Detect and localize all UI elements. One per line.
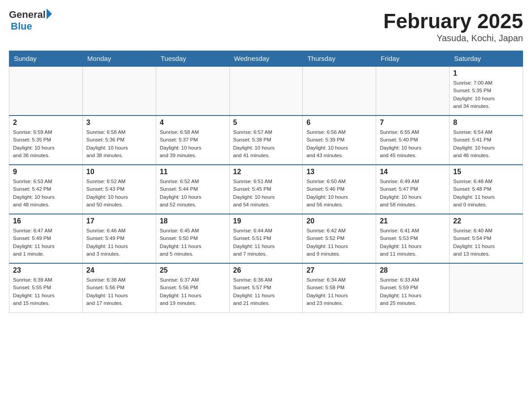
calendar-cell: 6Sunrise: 6:56 AMSunset: 5:39 PMDaylight… xyxy=(303,116,376,165)
calendar-cell: 11Sunrise: 6:52 AMSunset: 5:44 PMDayligh… xyxy=(156,165,229,214)
day-number: 27 xyxy=(306,266,372,274)
day-info: Sunrise: 6:56 AMSunset: 5:39 PMDaylight:… xyxy=(306,128,372,159)
day-number: 28 xyxy=(380,266,446,274)
calendar-title: February 2025 xyxy=(383,9,523,33)
day-info: Sunrise: 6:54 AMSunset: 5:41 PMDaylight:… xyxy=(453,128,519,159)
day-number: 17 xyxy=(86,217,152,225)
calendar-cell: 27Sunrise: 6:34 AMSunset: 5:58 PMDayligh… xyxy=(303,263,376,313)
day-info: Sunrise: 6:48 AMSunset: 5:48 PMDaylight:… xyxy=(453,178,519,209)
calendar-cell xyxy=(9,66,83,116)
day-info: Sunrise: 6:38 AMSunset: 5:56 PMDaylight:… xyxy=(86,276,152,307)
calendar-cell: 19Sunrise: 6:44 AMSunset: 5:51 PMDayligh… xyxy=(229,214,303,263)
calendar-cell: 14Sunrise: 6:49 AMSunset: 5:47 PMDayligh… xyxy=(376,165,450,214)
day-number: 20 xyxy=(306,217,372,225)
calendar-cell: 15Sunrise: 6:48 AMSunset: 5:48 PMDayligh… xyxy=(450,165,523,214)
calendar-cell xyxy=(156,66,229,116)
day-number: 3 xyxy=(86,119,152,127)
calendar-cell: 13Sunrise: 6:50 AMSunset: 5:46 PMDayligh… xyxy=(303,165,376,214)
day-info: Sunrise: 6:39 AMSunset: 5:55 PMDaylight:… xyxy=(13,276,79,307)
day-number: 12 xyxy=(233,168,299,176)
day-info: Sunrise: 6:34 AMSunset: 5:58 PMDaylight:… xyxy=(306,276,372,307)
calendar-cell xyxy=(303,66,376,116)
calendar-cell: 16Sunrise: 6:47 AMSunset: 5:49 PMDayligh… xyxy=(9,214,83,263)
calendar-week-3: 9Sunrise: 6:53 AMSunset: 5:42 PMDaylight… xyxy=(9,165,523,214)
day-info: Sunrise: 6:58 AMSunset: 5:36 PMDaylight:… xyxy=(86,128,152,159)
weekday-monday: Monday xyxy=(82,51,156,67)
day-number: 13 xyxy=(306,168,372,176)
calendar-cell: 10Sunrise: 6:52 AMSunset: 5:43 PMDayligh… xyxy=(82,165,156,214)
weekday-thursday: Thursday xyxy=(303,51,376,67)
calendar-table: SundayMondayTuesdayWednesdayThursdayFrid… xyxy=(9,51,523,313)
calendar-cell: 22Sunrise: 6:40 AMSunset: 5:54 PMDayligh… xyxy=(450,214,523,263)
calendar-cell: 18Sunrise: 6:45 AMSunset: 5:50 PMDayligh… xyxy=(156,214,229,263)
calendar-cell: 3Sunrise: 6:58 AMSunset: 5:36 PMDaylight… xyxy=(82,116,156,165)
day-number: 7 xyxy=(380,119,446,127)
day-info: Sunrise: 6:49 AMSunset: 5:47 PMDaylight:… xyxy=(380,178,446,209)
weekday-sunday: Sunday xyxy=(9,51,83,67)
day-number: 24 xyxy=(86,266,152,274)
day-info: Sunrise: 6:58 AMSunset: 5:37 PMDaylight:… xyxy=(160,128,226,159)
calendar-cell: 24Sunrise: 6:38 AMSunset: 5:56 PMDayligh… xyxy=(82,263,156,313)
day-number: 26 xyxy=(233,266,299,274)
calendar-week-2: 2Sunrise: 6:59 AMSunset: 5:35 PMDaylight… xyxy=(9,116,523,165)
day-number: 16 xyxy=(13,217,79,225)
day-number: 15 xyxy=(453,168,519,176)
calendar-cell: 28Sunrise: 6:33 AMSunset: 5:59 PMDayligh… xyxy=(376,263,450,313)
day-info: Sunrise: 6:52 AMSunset: 5:44 PMDaylight:… xyxy=(160,178,226,209)
day-info: Sunrise: 6:51 AMSunset: 5:45 PMDaylight:… xyxy=(233,178,299,209)
calendar-cell: 9Sunrise: 6:53 AMSunset: 5:42 PMDaylight… xyxy=(9,165,83,214)
day-info: Sunrise: 6:46 AMSunset: 5:49 PMDaylight:… xyxy=(86,227,152,258)
calendar-cell: 26Sunrise: 6:36 AMSunset: 5:57 PMDayligh… xyxy=(229,263,303,313)
calendar-cell xyxy=(229,66,303,116)
calendar-cell: 8Sunrise: 6:54 AMSunset: 5:41 PMDaylight… xyxy=(450,116,523,165)
calendar-cell xyxy=(376,66,450,116)
calendar-body: 1Sunrise: 7:00 AMSunset: 5:35 PMDaylight… xyxy=(9,66,523,313)
calendar-cell: 4Sunrise: 6:58 AMSunset: 5:37 PMDaylight… xyxy=(156,116,229,165)
day-number: 25 xyxy=(160,266,226,274)
weekday-friday: Friday xyxy=(376,51,450,67)
day-info: Sunrise: 6:37 AMSunset: 5:56 PMDaylight:… xyxy=(160,276,226,307)
day-info: Sunrise: 6:47 AMSunset: 5:49 PMDaylight:… xyxy=(13,227,79,258)
logo-general: General xyxy=(9,9,46,21)
calendar-cell: 21Sunrise: 6:41 AMSunset: 5:53 PMDayligh… xyxy=(376,214,450,263)
day-number: 11 xyxy=(160,168,226,176)
day-info: Sunrise: 6:36 AMSunset: 5:57 PMDaylight:… xyxy=(233,276,299,307)
calendar-cell: 2Sunrise: 6:59 AMSunset: 5:35 PMDaylight… xyxy=(9,116,83,165)
day-info: Sunrise: 6:52 AMSunset: 5:43 PMDaylight:… xyxy=(86,178,152,209)
calendar-week-5: 23Sunrise: 6:39 AMSunset: 5:55 PMDayligh… xyxy=(9,263,523,313)
day-info: Sunrise: 6:45 AMSunset: 5:50 PMDaylight:… xyxy=(160,227,226,258)
calendar-week-4: 16Sunrise: 6:47 AMSunset: 5:49 PMDayligh… xyxy=(9,214,523,263)
calendar-header: SundayMondayTuesdayWednesdayThursdayFrid… xyxy=(9,51,523,67)
calendar-cell: 23Sunrise: 6:39 AMSunset: 5:55 PMDayligh… xyxy=(9,263,83,313)
calendar-cell: 20Sunrise: 6:42 AMSunset: 5:52 PMDayligh… xyxy=(303,214,376,263)
calendar-cell xyxy=(450,263,523,313)
day-number: 2 xyxy=(13,119,79,127)
calendar-cell: 5Sunrise: 6:57 AMSunset: 5:38 PMDaylight… xyxy=(229,116,303,165)
day-number: 1 xyxy=(453,69,519,77)
calendar-week-1: 1Sunrise: 7:00 AMSunset: 5:35 PMDaylight… xyxy=(9,66,523,116)
calendar-cell: 12Sunrise: 6:51 AMSunset: 5:45 PMDayligh… xyxy=(229,165,303,214)
calendar-cell: 1Sunrise: 7:00 AMSunset: 5:35 PMDaylight… xyxy=(450,66,523,116)
day-number: 6 xyxy=(306,119,372,127)
logo: General Blue xyxy=(9,9,52,32)
title-block: February 2025 Yasuda, Kochi, Japan xyxy=(383,9,523,43)
day-info: Sunrise: 6:57 AMSunset: 5:38 PMDaylight:… xyxy=(233,128,299,159)
day-info: Sunrise: 6:44 AMSunset: 5:51 PMDaylight:… xyxy=(233,227,299,258)
day-number: 19 xyxy=(233,217,299,225)
day-number: 9 xyxy=(13,168,79,176)
day-info: Sunrise: 6:42 AMSunset: 5:52 PMDaylight:… xyxy=(306,227,372,258)
day-number: 10 xyxy=(86,168,152,176)
day-info: Sunrise: 6:55 AMSunset: 5:40 PMDaylight:… xyxy=(380,128,446,159)
calendar-cell: 7Sunrise: 6:55 AMSunset: 5:40 PMDaylight… xyxy=(376,116,450,165)
calendar-cell xyxy=(82,66,156,116)
day-number: 22 xyxy=(453,217,519,225)
weekday-wednesday: Wednesday xyxy=(229,51,303,67)
weekday-header-row: SundayMondayTuesdayWednesdayThursdayFrid… xyxy=(9,51,523,67)
calendar-cell: 17Sunrise: 6:46 AMSunset: 5:49 PMDayligh… xyxy=(82,214,156,263)
day-number: 21 xyxy=(380,217,446,225)
day-number: 8 xyxy=(453,119,519,127)
day-number: 14 xyxy=(380,168,446,176)
day-number: 5 xyxy=(233,119,299,127)
weekday-tuesday: Tuesday xyxy=(156,51,229,67)
day-info: Sunrise: 6:41 AMSunset: 5:53 PMDaylight:… xyxy=(380,227,446,258)
